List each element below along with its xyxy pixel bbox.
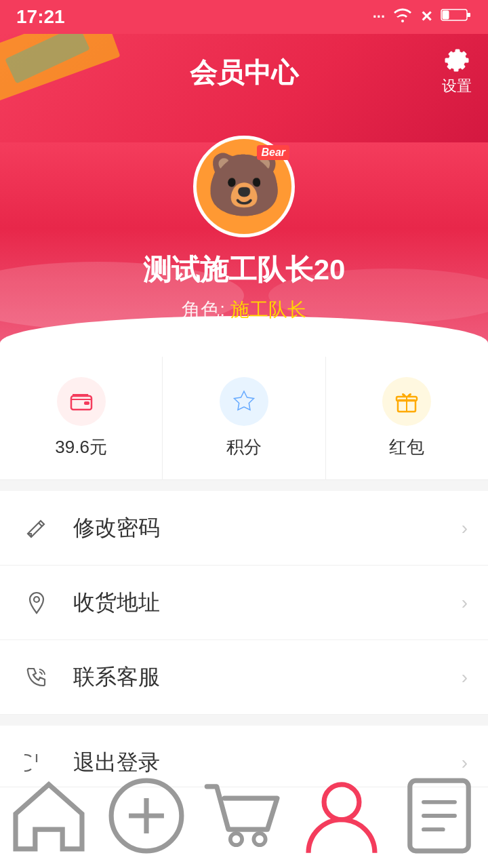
menu-item-contact-support[interactable]: 联系客服 › bbox=[0, 640, 488, 715]
menu-item-change-password[interactable]: 修改密码 › bbox=[0, 491, 488, 566]
settings-label: 设置 bbox=[442, 76, 472, 96]
nav-member[interactable]: 会员中心 bbox=[293, 760, 390, 869]
shipping-address-label: 收货地址 bbox=[73, 588, 462, 618]
stats-bar: 39.6元 积分 红包 bbox=[0, 357, 488, 480]
nav-my-orders[interactable]: 我的订单 bbox=[390, 760, 488, 869]
status-icons: ··· ✕ bbox=[373, 7, 472, 26]
stat-points[interactable]: 积分 bbox=[163, 357, 325, 479]
role-line: 角色: 施工队长 bbox=[0, 297, 488, 323]
nav-cart[interactable]: 购物车 bbox=[195, 760, 293, 869]
gift-icon-bg bbox=[382, 377, 431, 426]
svg-point-11 bbox=[253, 833, 265, 844]
svg-point-12 bbox=[324, 784, 359, 819]
bear-label: Bear bbox=[257, 145, 289, 160]
quick-order-icon bbox=[98, 767, 195, 865]
battery-icon bbox=[441, 7, 472, 26]
page-header: 会员中心 设置 bbox=[0, 34, 488, 142]
svg-point-10 bbox=[230, 833, 242, 844]
gift-icon bbox=[394, 389, 419, 414]
svg-rect-4 bbox=[84, 401, 89, 405]
edit-icon bbox=[20, 512, 53, 545]
close-box-icon: ✕ bbox=[420, 8, 432, 26]
contact-support-label: 联系客服 bbox=[73, 663, 462, 692]
star-icon-bg bbox=[220, 377, 268, 426]
time-display: 17:21 bbox=[16, 6, 65, 28]
page-title: 会员中心 bbox=[16, 54, 472, 92]
change-password-label: 修改密码 bbox=[73, 513, 462, 543]
settings-button[interactable]: 设置 bbox=[442, 45, 472, 96]
svg-point-8 bbox=[34, 597, 39, 602]
username-display: 测试施工队长20 bbox=[0, 251, 488, 289]
orders-icon bbox=[390, 767, 488, 865]
signal-icon: ··· bbox=[373, 8, 385, 26]
wifi-icon bbox=[393, 7, 412, 26]
menu-list: 修改密码 › 收货地址 › 联系客服 › bbox=[0, 491, 488, 715]
svg-rect-1 bbox=[467, 13, 470, 17]
status-bar: 17:21 ··· ✕ bbox=[0, 0, 488, 34]
home-icon bbox=[0, 767, 98, 865]
avatar-container: 🐻 Bear bbox=[193, 136, 295, 237]
location-icon bbox=[20, 587, 53, 619]
role-label: 角色: bbox=[182, 299, 225, 320]
bottom-navigation: 首页 快速下单 购物车 会员中心 我的订单 bbox=[0, 787, 488, 868]
nav-quick-order[interactable]: 快速下单 bbox=[98, 760, 195, 869]
gear-icon bbox=[442, 45, 472, 75]
svg-rect-2 bbox=[443, 11, 449, 20]
phone-icon bbox=[20, 661, 53, 694]
points-label: 积分 bbox=[226, 435, 262, 459]
bear-emoji: 🐻 bbox=[206, 149, 282, 220]
star-icon bbox=[232, 389, 256, 414]
cart-icon bbox=[195, 767, 293, 865]
menu-item-shipping-address[interactable]: 收货地址 › bbox=[0, 566, 488, 640]
wallet-amount: 39.6元 bbox=[55, 435, 107, 459]
wallet-icon-bg bbox=[57, 377, 106, 426]
member-icon bbox=[293, 767, 390, 865]
arrow-icon-0: › bbox=[462, 517, 468, 539]
stat-redpack[interactable]: 红包 bbox=[326, 357, 488, 479]
profile-section: 🐻 Bear 测试施工队长20 角色: 施工队长 bbox=[0, 142, 488, 357]
nav-home[interactable]: 首页 bbox=[0, 760, 98, 869]
wallet-icon bbox=[69, 389, 94, 414]
role-value: 施工队长 bbox=[230, 299, 306, 320]
redpack-label: 红包 bbox=[389, 435, 424, 459]
arrow-icon-1: › bbox=[462, 592, 468, 614]
stat-wallet[interactable]: 39.6元 bbox=[0, 357, 163, 479]
arrow-icon-2: › bbox=[462, 667, 468, 688]
